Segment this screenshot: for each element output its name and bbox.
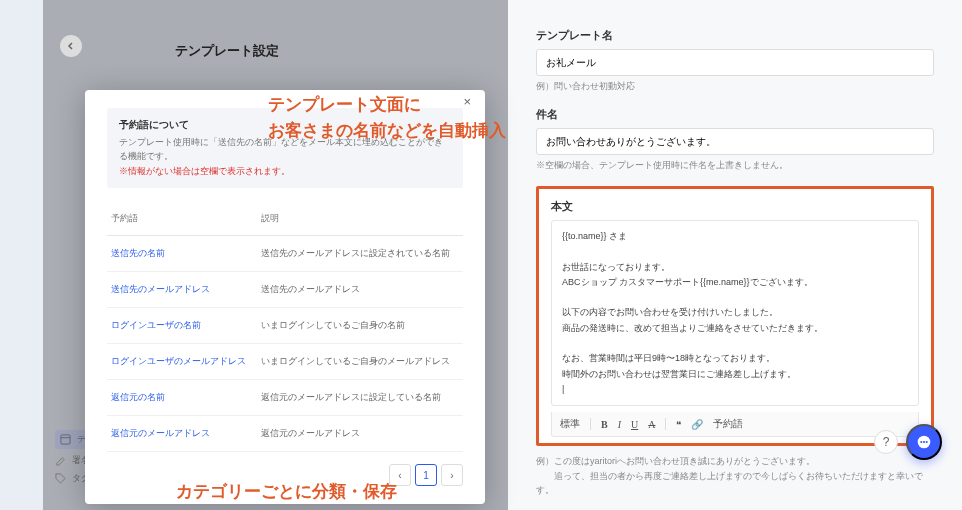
body-box: 本文 {{to.name}} さま お世話になっております。 ABCショップ カ… xyxy=(536,186,934,446)
chevron-left-icon xyxy=(66,41,76,51)
name-hint: 例）問い合わせ初動対応 xyxy=(536,80,934,93)
signature-icon xyxy=(55,455,66,466)
subject-note: ※空欄の場合、テンプレート使用時に件名を上書きしません。 xyxy=(536,159,934,172)
section-name: テンプレート名 例）問い合わせ初動対応 xyxy=(536,28,934,93)
link-button[interactable]: 🔗 xyxy=(691,419,703,430)
token-key[interactable]: 返信元のメールアドレス xyxy=(107,416,257,452)
tag-icon xyxy=(55,473,66,484)
help-button[interactable]: ? xyxy=(874,430,898,454)
body-label: 本文 xyxy=(551,199,919,214)
table-row: 送信先の名前送信先のメールアドレスに設定されている名前 xyxy=(107,236,463,272)
separator xyxy=(665,418,666,430)
token-key[interactable]: 送信先の名前 xyxy=(107,236,257,272)
svg-point-5 xyxy=(926,441,928,443)
table-row: 送信先のメールアドレス送信先のメールアドレス xyxy=(107,272,463,308)
underline-button[interactable]: U xyxy=(631,419,638,430)
quote-button[interactable]: ❝ xyxy=(676,419,681,430)
token-key[interactable]: 返信元の名前 xyxy=(107,380,257,416)
separator xyxy=(590,418,591,430)
token-desc: 返信元のメールアドレス xyxy=(257,416,463,452)
body-example: 例）この度はyaritoriへお問い合わせ頂き誠にありがとうございます。 追って… xyxy=(536,454,934,497)
svg-rect-0 xyxy=(61,435,70,444)
pager-current[interactable]: 1 xyxy=(415,464,437,486)
page-title: テンプレート設定 xyxy=(175,42,279,60)
svg-point-3 xyxy=(920,441,922,443)
annotation-bottom: カテゴリーごとに分類・保存 xyxy=(176,480,397,503)
strike-button[interactable]: A xyxy=(648,419,655,430)
token-key[interactable]: ログインユーザの名前 xyxy=(107,308,257,344)
token-desc: 返信元のメールアドレスに設定している名前 xyxy=(257,380,463,416)
token-desc: いまログインしているご自身の名前 xyxy=(257,308,463,344)
name-input[interactable] xyxy=(536,49,934,76)
info-note: ※情報がない場合は空欄で表示されます。 xyxy=(119,165,451,178)
template-icon xyxy=(60,434,71,445)
right-panel: テンプレート名 例）問い合わせ初動対応 件名 ※空欄の場合、テンプレート使用時に… xyxy=(508,0,962,510)
col-desc: 説明 xyxy=(257,202,463,236)
pager-next[interactable]: › xyxy=(441,464,463,486)
body-editor[interactable]: {{to.name}} さま お世話になっております。 ABCショップ カスタマ… xyxy=(551,220,919,406)
token-key[interactable]: 送信先のメールアドレス xyxy=(107,272,257,308)
col-token: 予約語 xyxy=(107,202,257,236)
chat-icon xyxy=(915,433,933,451)
table-row: 返信元のメールアドレス返信元のメールアドレス xyxy=(107,416,463,452)
annotation-top: テンプレート文面に お客さまの名前などを自動挿入 xyxy=(268,92,506,145)
italic-button[interactable]: I xyxy=(618,419,621,430)
back-button[interactable] xyxy=(60,35,82,57)
table-row: ログインユーザのメールアドレスいまログインしているご自身のメールアドレス xyxy=(107,344,463,380)
chat-button[interactable] xyxy=(906,424,942,460)
name-label: テンプレート名 xyxy=(536,28,934,43)
style-select[interactable]: 標準 xyxy=(560,417,580,431)
table-row: ログインユーザの名前いまログインしているご自身の名前 xyxy=(107,308,463,344)
subject-label: 件名 xyxy=(536,107,934,122)
token-button[interactable]: 予約語 xyxy=(713,417,743,431)
floating-actions: ? xyxy=(874,424,942,460)
token-desc: いまログインしているご自身のメールアドレス xyxy=(257,344,463,380)
token-desc: 送信先のメールアドレスに設定されている名前 xyxy=(257,236,463,272)
svg-point-4 xyxy=(923,441,925,443)
section-subject: 件名 ※空欄の場合、テンプレート使用時に件名を上書きしません。 xyxy=(536,107,934,172)
table-row: 返信元の名前返信元のメールアドレスに設定している名前 xyxy=(107,380,463,416)
token-modal: × 予約語について テンプレート使用時に「送信先の名前」などをメール本文に埋め込… xyxy=(85,90,485,504)
token-table: 予約語 説明 送信先の名前送信先のメールアドレスに設定されている名前 送信先のメ… xyxy=(107,202,463,452)
token-key[interactable]: ログインユーザのメールアドレス xyxy=(107,344,257,380)
subject-input[interactable] xyxy=(536,128,934,155)
editor-toolbar: 標準 B I U A ❝ 🔗 予約語 xyxy=(551,412,919,437)
token-desc: 送信先のメールアドレス xyxy=(257,272,463,308)
bold-button[interactable]: B xyxy=(601,419,608,430)
